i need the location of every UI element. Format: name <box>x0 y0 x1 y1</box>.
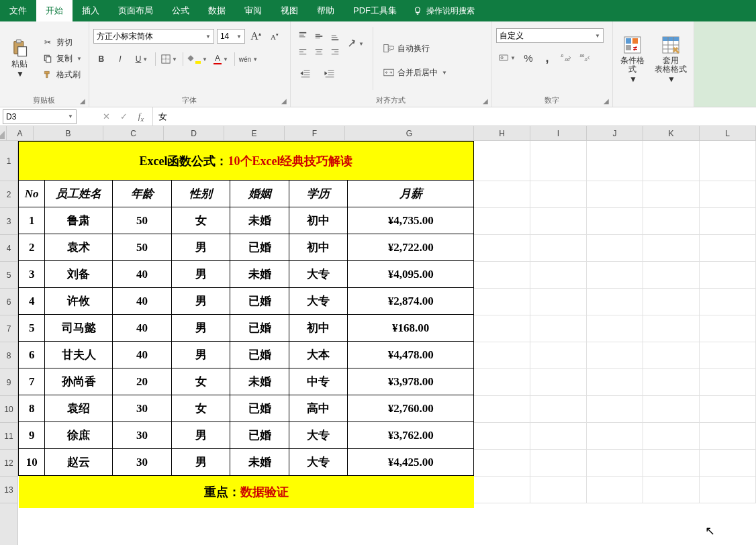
col-header-G[interactable]: G <box>345 126 474 140</box>
table-header[interactable]: 性别 <box>171 181 230 207</box>
col-header-I[interactable]: I <box>530 126 587 140</box>
col-header-A[interactable]: A <box>7 126 34 140</box>
table-cell[interactable]: 40 <box>113 261 171 288</box>
table-cell[interactable]: 男 <box>171 288 230 315</box>
row-header-7[interactable]: 7 <box>0 315 17 342</box>
format-painter-button[interactable]: 格式刷 <box>39 67 85 82</box>
col-header-H[interactable]: H <box>474 126 530 140</box>
empty-cell[interactable] <box>587 181 643 208</box>
empty-cell[interactable] <box>587 235 643 262</box>
empty-cell[interactable] <box>700 141 756 181</box>
table-cell[interactable]: 男 <box>171 315 230 342</box>
copy-button[interactable]: 复制▼ <box>39 51 85 66</box>
empty-cell[interactable] <box>643 396 700 423</box>
empty-cell[interactable] <box>643 315 700 342</box>
table-cell[interactable]: 中专 <box>289 368 347 395</box>
table-cell[interactable]: 男 <box>171 449 230 476</box>
name-box[interactable]: D3▼ <box>3 109 77 124</box>
table-cell[interactable]: 已婚 <box>230 422 289 449</box>
empty-cell[interactable] <box>587 262 643 289</box>
table-cell[interactable]: ¥168.00 <box>348 315 474 342</box>
table-cell[interactable]: 已婚 <box>230 288 289 315</box>
underline-button[interactable]: U▼ <box>131 51 152 67</box>
table-cell[interactable]: 徐庶 <box>45 422 113 449</box>
row-header-4[interactable]: 4 <box>0 235 17 262</box>
table-cell[interactable]: 男 <box>171 422 230 449</box>
table-cell[interactable]: ¥2,874.00 <box>348 288 474 315</box>
empty-cell[interactable] <box>530 369 587 396</box>
table-cell[interactable]: 7 <box>19 368 45 395</box>
empty-cell[interactable] <box>643 450 700 477</box>
empty-cell[interactable] <box>587 141 643 181</box>
conditional-format-button[interactable]: ≠ 条件格式 ▼ <box>617 24 648 95</box>
table-cell[interactable]: 9 <box>19 422 45 449</box>
decrease-decimal-button[interactable]: .00.0 <box>577 50 593 66</box>
shrink-font-button[interactable]: A▾ <box>267 28 283 44</box>
empty-cell[interactable] <box>530 342 587 369</box>
table-cell[interactable]: 女 <box>171 207 230 234</box>
table-cell[interactable]: ¥3,978.00 <box>348 368 474 395</box>
empty-cell[interactable] <box>700 315 756 342</box>
formula-input[interactable] <box>153 107 756 126</box>
number-format-select[interactable]: 自定义▼ <box>496 28 604 43</box>
menu-审阅[interactable]: 审阅 <box>235 0 271 21</box>
table-cell[interactable]: ¥3,762.00 <box>348 422 474 449</box>
table-cell[interactable]: 已婚 <box>230 234 289 261</box>
empty-cell[interactable] <box>643 477 700 503</box>
table-cell[interactable]: 40 <box>113 342 171 368</box>
increase-decimal-button[interactable]: .0.00 <box>558 50 574 66</box>
align-middle-button[interactable] <box>311 28 327 44</box>
table-cell[interactable]: 2 <box>19 234 45 261</box>
align-top-button[interactable] <box>295 28 311 44</box>
table-cell[interactable]: ¥2,722.00 <box>348 234 474 261</box>
empty-cell[interactable] <box>700 342 756 369</box>
cut-button[interactable]: ✂剪切 <box>39 35 85 50</box>
empty-cell[interactable] <box>700 369 756 396</box>
table-cell[interactable]: 20 <box>113 368 171 395</box>
table-cell[interactable]: 初中 <box>289 207 347 234</box>
sheet-footer[interactable]: 重点：数据验证 <box>19 476 474 508</box>
table-header[interactable]: 学历 <box>289 181 347 207</box>
table-cell[interactable]: ¥4,425.00 <box>348 449 474 476</box>
table-cell[interactable]: 大专 <box>289 288 347 315</box>
menu-PDF工具集[interactable]: PDF工具集 <box>344 0 406 21</box>
empty-cell[interactable] <box>530 477 587 503</box>
comma-button[interactable]: , <box>539 50 555 66</box>
fill-color-button[interactable]: ▼ <box>186 51 207 67</box>
empty-cell[interactable] <box>643 262 700 289</box>
empty-cell[interactable] <box>587 342 643 369</box>
col-header-J[interactable]: J <box>587 126 643 140</box>
row-header-5[interactable]: 5 <box>0 262 17 289</box>
table-cell[interactable]: 大专 <box>289 261 347 288</box>
table-cell[interactable]: 50 <box>113 207 171 234</box>
col-header-L[interactable]: L <box>700 126 756 140</box>
empty-cell[interactable] <box>587 450 643 477</box>
menu-视图[interactable]: 视图 <box>271 0 308 21</box>
empty-cell[interactable] <box>700 289 756 315</box>
row-header-3[interactable]: 3 <box>0 208 17 235</box>
menu-开始[interactable]: 开始 <box>36 0 73 21</box>
currency-button[interactable]: ▼ <box>496 50 518 66</box>
table-header[interactable]: 婚姻 <box>230 181 289 207</box>
empty-cell[interactable] <box>530 235 587 262</box>
table-cell[interactable]: 袁术 <box>45 234 113 261</box>
table-cell[interactable]: 男 <box>171 234 230 261</box>
select-all-corner[interactable] <box>0 126 7 141</box>
empty-cell[interactable] <box>643 208 700 235</box>
phonetic-button[interactable]: wén▼ <box>238 51 259 67</box>
merge-center-button[interactable]: 合并后居中▼ <box>380 65 450 80</box>
table-cell[interactable]: 40 <box>113 288 171 315</box>
empty-cell[interactable] <box>700 396 756 423</box>
menu-数据[interactable]: 数据 <box>199 0 235 21</box>
empty-cell[interactable] <box>700 262 756 289</box>
empty-cell[interactable] <box>587 423 643 450</box>
table-header[interactable]: No <box>19 181 45 207</box>
empty-cell[interactable] <box>474 369 530 396</box>
empty-cell[interactable] <box>587 315 643 342</box>
row-header-11[interactable]: 11 <box>0 423 17 450</box>
empty-cell[interactable] <box>587 477 643 503</box>
table-cell[interactable]: 司马懿 <box>45 315 113 342</box>
dialog-launcher-icon[interactable]: ◢ <box>78 96 87 105</box>
table-cell[interactable]: 已婚 <box>230 395 289 422</box>
table-cell[interactable]: 女 <box>171 395 230 422</box>
